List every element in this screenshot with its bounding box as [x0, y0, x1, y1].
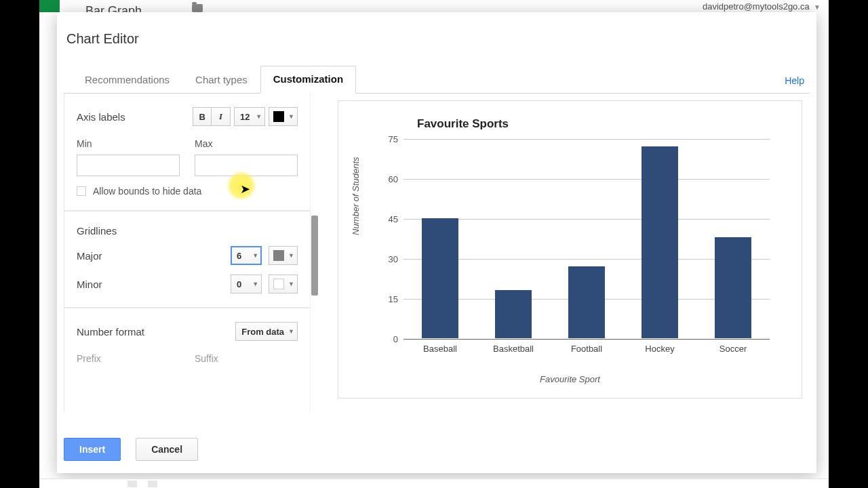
minor-gridlines-select[interactable]: 0 ▼: [231, 274, 262, 293]
number-format-select[interactable]: From data ▼: [235, 322, 298, 341]
prefix-label: Prefix: [77, 353, 180, 364]
color-swatch: [273, 250, 284, 261]
folder-icon[interactable]: [192, 4, 203, 12]
chevron-down-icon: ▼: [284, 328, 294, 335]
chevron-down-icon: ▼: [288, 281, 294, 287]
customization-panel: Axis labels B I 12 ▼: [64, 94, 311, 412]
x-tick-label: Soccer: [719, 344, 747, 354]
y-tick-label: 75: [371, 134, 398, 144]
max-label: Max: [195, 138, 298, 149]
bar: [568, 266, 605, 338]
minor-grid-color[interactable]: ▼: [269, 274, 298, 293]
y-tick-label: 60: [371, 174, 398, 184]
modal-footer: Insert Cancel: [64, 438, 198, 461]
bar: [715, 237, 751, 338]
gridline: [403, 339, 770, 340]
top-bar: davidpetro@mytools2go.ca ▼: [39, 0, 829, 12]
chevron-down-icon: ▼: [252, 113, 262, 120]
minor-value: 0: [237, 279, 241, 289]
major-label: Major: [77, 250, 102, 262]
modal-content: Axis labels B I 12 ▼: [64, 94, 810, 412]
y-tick-label: 0: [371, 334, 398, 344]
chevron-down-icon: ▼: [288, 113, 294, 120]
italic-button[interactable]: I: [212, 107, 231, 126]
plot-area: 01530456075BaseballBasketballFootballHoc…: [403, 139, 770, 339]
axis-labels-heading: Axis labels: [77, 111, 125, 123]
allow-bounds-label: Allow bounds to hide data: [93, 186, 201, 197]
chart-editor-modal: Chart Editor Recommendations Chart types…: [57, 12, 816, 473]
text-color-picker[interactable]: ▼: [269, 107, 298, 126]
axis-labels-section: Axis labels B I 12 ▼: [64, 94, 310, 211]
bar: [642, 146, 678, 338]
x-tick-label: Hockey: [645, 344, 674, 354]
y-tick-label: 30: [371, 254, 398, 264]
min-label: Min: [77, 138, 180, 149]
color-swatch: [273, 279, 284, 289]
app-window: davidpetro@mytools2go.ca ▼ Bar Graph Cha…: [39, 0, 829, 488]
chevron-down-icon: ▼: [288, 252, 294, 259]
sheet-tab-bar: [39, 479, 829, 488]
y-tick-label: 15: [371, 294, 398, 304]
bar: [422, 218, 458, 338]
gridline: [403, 179, 770, 180]
tab-chart-types[interactable]: Chart types: [182, 66, 260, 94]
gridlines-heading: Gridlines: [77, 225, 298, 237]
chart-preview-panel: Favourite Sports Number of Students 0153…: [311, 94, 810, 412]
app-logo: [39, 0, 60, 12]
x-tick-label: Football: [571, 344, 602, 354]
color-swatch: [273, 111, 284, 122]
help-link[interactable]: Help: [785, 75, 804, 86]
cancel-button[interactable]: Cancel: [136, 438, 198, 461]
chart-preview: Favourite Sports Number of Students 0153…: [338, 100, 802, 399]
chevron-down-icon[interactable]: ▼: [812, 3, 821, 11]
gridline: [403, 139, 770, 140]
modal-title: Chart Editor: [66, 31, 810, 47]
major-value: 6: [237, 251, 241, 261]
chevron-down-icon: ▼: [248, 252, 258, 259]
gridline: [403, 219, 770, 220]
tab-customization[interactable]: Customization: [260, 66, 356, 94]
x-axis-label: Favourite Sport: [338, 374, 802, 384]
font-size-select[interactable]: 12 ▼: [234, 107, 265, 126]
max-input[interactable]: [195, 155, 298, 176]
tab-recommendations[interactable]: Recommendations: [72, 66, 182, 94]
major-grid-color[interactable]: ▼: [269, 246, 298, 265]
y-axis-label: Number of Students: [351, 157, 361, 235]
number-format-heading: Number format: [77, 326, 144, 338]
number-format-value: From data: [241, 327, 284, 337]
tab-bar: Recommendations Chart types Customizatio…: [64, 66, 810, 94]
number-format-section: Number format From data ▼ Prefix Suffix: [64, 308, 310, 383]
bar: [495, 290, 532, 338]
x-tick-label: Baseball: [423, 344, 457, 354]
major-gridlines-select[interactable]: 6 ▼: [231, 246, 262, 265]
minor-label: Minor: [77, 279, 102, 290]
chevron-down-icon: ▼: [248, 281, 258, 287]
bold-button[interactable]: B: [193, 107, 212, 126]
min-input[interactable]: [77, 155, 180, 176]
gridlines-section: Gridlines Major 6 ▼ ▼: [64, 211, 310, 308]
x-tick-label: Basketball: [493, 344, 534, 354]
chart-title: Favourite Sports: [417, 117, 788, 131]
font-size-value: 12: [240, 112, 250, 122]
insert-button[interactable]: Insert: [64, 438, 121, 461]
allow-bounds-checkbox[interactable]: Allow bounds to hide data: [77, 186, 298, 197]
suffix-label: Suffix: [195, 353, 298, 364]
user-email[interactable]: davidpetro@mytools2go.ca: [703, 1, 810, 12]
checkbox-icon: [77, 186, 86, 196]
scrollbar-thumb[interactable]: [311, 216, 318, 296]
y-tick-label: 45: [371, 214, 398, 224]
